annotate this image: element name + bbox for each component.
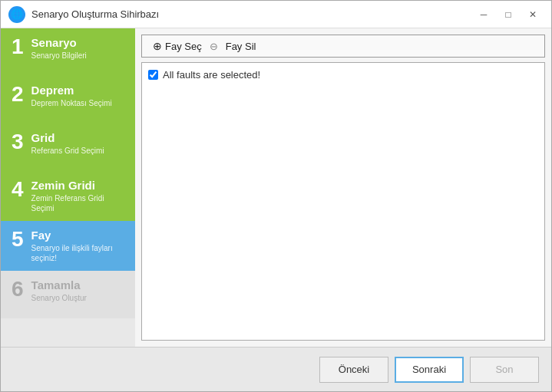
next-button[interactable]: Sonraki xyxy=(395,357,464,383)
footer: Önceki Sonraki Son xyxy=(1,347,551,391)
sidebar-item-deprem[interactable]: 2 Deprem Deprem Noktası Seçimi xyxy=(1,76,135,124)
app-icon-symbol: 🌐 xyxy=(11,8,23,20)
close-button[interactable]: ✕ xyxy=(522,6,544,23)
step-title-1: Senaryo xyxy=(31,36,87,49)
step-title-5: Fay xyxy=(31,229,124,242)
step-number-2: 2 xyxy=(12,84,24,105)
step-title-4: Zemin Gridi xyxy=(31,179,124,192)
all-faults-checkbox[interactable] xyxy=(148,70,158,80)
step-subtitle-1: Senaryo Bilgileri xyxy=(31,51,87,61)
main-panel: ⊕ Fay Seç ⊖ Fay Sil All faults are selec… xyxy=(135,28,551,347)
main-window: 🌐 Senaryo Oluşturma Sihirbazı ─ □ ✕ 1 Se… xyxy=(0,0,552,392)
fault-list-area: All faults are selected! xyxy=(141,62,545,341)
minimize-button[interactable]: ─ xyxy=(473,6,494,23)
step-subtitle-5: Senaryo ile ilişkili fayları seçiniz! xyxy=(31,243,124,263)
all-faults-row: All faults are selected! xyxy=(148,69,538,81)
app-icon: 🌐 xyxy=(8,6,25,23)
window-controls: ─ □ ✕ xyxy=(473,6,544,23)
sidebar-item-tamamla: 6 Tamamla Senaryo Oluştur xyxy=(1,271,135,318)
step-subtitle-4: Zemin Referans Gridi Seçimi xyxy=(31,193,124,213)
step-number-1: 1 xyxy=(12,36,24,58)
sidebar-item-grid[interactable]: 3 Grid Referans Grid Seçimi xyxy=(1,124,135,171)
sidebar-item-senaryo[interactable]: 1 Senaryo Senaryo Bilgileri xyxy=(1,28,135,76)
step-subtitle-6: Senaryo Oluştur xyxy=(31,293,87,303)
window-title: Senaryo Oluşturma Sihirbazı xyxy=(31,8,473,20)
sidebar-item-fay[interactable]: 5 Fay Senaryo ile ilişkili fayları seçin… xyxy=(1,221,135,271)
step-number-3: 3 xyxy=(12,131,24,153)
content-area: 1 Senaryo Senaryo Bilgileri 2 Deprem Dep… xyxy=(1,28,551,347)
plus-circle-icon: ⊕ xyxy=(153,40,162,52)
step-subtitle-3: Referans Grid Seçimi xyxy=(31,146,104,156)
title-bar: 🌐 Senaryo Oluşturma Sihirbazı ─ □ ✕ xyxy=(1,1,551,28)
add-fault-label: Fay Seç xyxy=(165,41,202,52)
step-subtitle-2: Deprem Noktası Seçimi xyxy=(31,98,112,108)
step-title-2: Deprem xyxy=(31,84,112,97)
toolbar: ⊕ Fay Seç ⊖ Fay Sil xyxy=(141,35,545,58)
remove-fault-button[interactable]: Fay Sil xyxy=(221,39,261,54)
step-number-5: 5 xyxy=(12,229,24,250)
finish-button: Son xyxy=(470,357,539,383)
step-title-6: Tamamla xyxy=(31,278,87,292)
step-title-3: Grid xyxy=(31,131,104,144)
all-faults-label: All faults are selected! xyxy=(163,69,260,81)
sidebar: 1 Senaryo Senaryo Bilgileri 2 Deprem Dep… xyxy=(1,28,135,347)
step-number-4: 4 xyxy=(12,179,24,200)
prev-button[interactable]: Önceki xyxy=(319,357,388,383)
maximize-button[interactable]: □ xyxy=(497,6,519,23)
toolbar-separator: ⊖ xyxy=(207,41,221,52)
remove-fault-label: Fay Sil xyxy=(226,41,256,52)
add-fault-button[interactable]: ⊕ Fay Seç xyxy=(148,38,207,54)
step-number-6: 6 xyxy=(12,278,24,300)
sidebar-item-zemin-gridi[interactable]: 4 Zemin Gridi Zemin Referans Gridi Seçim… xyxy=(1,171,135,221)
